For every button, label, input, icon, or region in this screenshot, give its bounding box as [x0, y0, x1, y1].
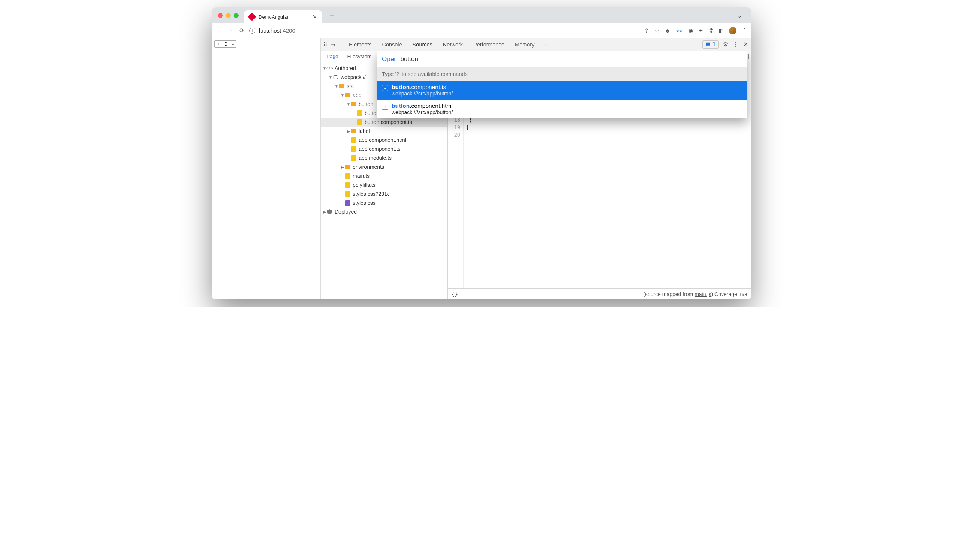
extension-icon-2[interactable]: 👓	[676, 28, 683, 34]
reload-button[interactable]: ⟳	[238, 27, 245, 34]
angular-favicon-icon	[248, 13, 256, 21]
open-file-input[interactable]	[400, 55, 742, 63]
forward-button[interactable]: →	[227, 28, 233, 34]
tree-button-ts[interactable]: button.component.ts	[321, 118, 447, 126]
tabs-dropdown-button[interactable]: ⌄	[732, 12, 747, 19]
issues-button[interactable]: 1	[702, 40, 718, 49]
open-file-hint: Type '?' to see available commands	[377, 67, 747, 81]
tree-styles-css[interactable]: styles.css	[321, 198, 447, 207]
tree-styles-query[interactable]: styles.css?231c	[321, 189, 447, 198]
share-icon[interactable]: ⇪	[644, 28, 649, 34]
tree-main-ts[interactable]: main.ts	[321, 172, 447, 180]
tab-network[interactable]: Network	[438, 39, 467, 50]
url-port: :4200	[281, 28, 295, 34]
sidebar-tab-page[interactable]: Page	[323, 52, 342, 62]
tab-sources[interactable]: Sources	[408, 39, 437, 50]
extensions-menu-icon[interactable]: ✦	[698, 28, 703, 34]
pretty-print-button[interactable]: {}	[452, 291, 458, 297]
window-titlebar: DemoAngular ✕ + ⌄	[212, 8, 751, 23]
close-tab-button[interactable]: ✕	[313, 14, 317, 20]
chrome-menu-button[interactable]: ⋮	[742, 28, 747, 34]
page-viewport: + 0 -	[212, 38, 321, 299]
open-label: Open	[382, 55, 398, 63]
minimize-window-button[interactable]	[226, 13, 231, 18]
chat-icon	[705, 42, 711, 47]
tab-elements[interactable]: Elements	[344, 39, 376, 50]
open-result-0-path: webpack:///src/app/button/	[392, 91, 453, 97]
counter-plus-button[interactable]: +	[214, 41, 222, 47]
close-window-button[interactable]	[218, 13, 223, 18]
source-mapped-label: (source mapped from main.js) Coverage: n…	[643, 291, 747, 297]
open-result-1[interactable]: ⋄ button.component.html webpack:///src/a…	[377, 100, 747, 118]
issues-count: 1	[713, 41, 716, 48]
side-panel-icon[interactable]: ◧	[718, 28, 724, 34]
tab-memory[interactable]: Memory	[510, 39, 539, 50]
tree-app-module[interactable]: app.module.ts	[321, 154, 447, 162]
tab-console[interactable]: Console	[378, 39, 406, 50]
back-button[interactable]: ←	[216, 28, 222, 34]
devtools-panel: ⠿ ▭ Elements Console Sources Network Per…	[321, 38, 751, 299]
extension-icon-3[interactable]: ◉	[688, 28, 693, 34]
url-host: localhost	[259, 28, 281, 34]
tree-app-ts[interactable]: app.component.ts	[321, 144, 447, 154]
tab-performance[interactable]: Performance	[469, 39, 509, 50]
devtools-close-icon[interactable]: ✕	[743, 41, 748, 48]
counter-widget: + 0 -	[214, 40, 236, 47]
counter-minus-button[interactable]: -	[230, 41, 236, 47]
editor-footer: {} (source mapped from main.js) Coverage…	[448, 288, 751, 299]
profile-avatar[interactable]	[729, 27, 736, 34]
window-controls	[216, 13, 241, 18]
sidebar-tab-filesystem[interactable]: Filesystem	[344, 52, 376, 61]
open-result-1-path: webpack:///src/app/button/	[392, 109, 453, 115]
browser-tab[interactable]: DemoAngular ✕	[244, 10, 323, 23]
new-tab-button[interactable]: +	[325, 11, 339, 20]
counter-value: 0	[222, 41, 230, 47]
source-map-link[interactable]: main.js	[694, 291, 711, 297]
tree-environments[interactable]: ▶environments	[321, 162, 447, 172]
maximize-window-button[interactable]	[233, 13, 238, 18]
devtools-tabs: ⠿ ▭ Elements Console Sources Network Per…	[321, 38, 751, 51]
open-result-0[interactable]: ⋄ button.component.ts webpack:///src/app…	[377, 81, 747, 100]
tree-app-html[interactable]: app.component.html	[321, 136, 447, 144]
tabs-overflow-button[interactable]: »	[540, 39, 552, 50]
tab-title: DemoAngular	[259, 14, 309, 20]
tree-polyfills-ts[interactable]: polyfills.ts	[321, 180, 447, 189]
site-info-icon[interactable]: i	[250, 28, 255, 34]
address-bar: ← → ⟳ i localhost:4200 ⇪ ☆ ☻ 👓 ◉ ✦ ⚗ ◧ ⋮	[212, 23, 751, 38]
labs-icon[interactable]: ⚗	[708, 28, 713, 34]
inspect-element-icon[interactable]: ⠿	[324, 42, 327, 47]
tree-deployed[interactable]: ▶Deployed	[321, 207, 447, 216]
extension-icon-1[interactable]: ☻	[665, 28, 671, 34]
tree-label-folder[interactable]: ▶label	[321, 126, 447, 136]
html-file-icon: ⋄	[382, 104, 388, 110]
devtools-settings-icon[interactable]: ⚙	[723, 41, 728, 48]
ts-file-icon: ⋄	[382, 85, 388, 91]
omnibox[interactable]: i localhost:4200	[250, 28, 640, 34]
bookmark-icon[interactable]: ☆	[655, 28, 659, 34]
device-toolbar-icon[interactable]: ▭	[330, 42, 335, 47]
devtools-more-icon[interactable]: ⋮	[733, 41, 739, 48]
open-file-popover: Open Type '?' to see available commands …	[377, 51, 747, 118]
